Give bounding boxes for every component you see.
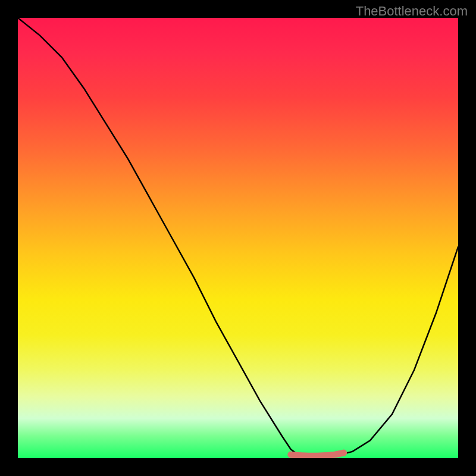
bottom-marker-path [291, 453, 344, 456]
chart-plot-area [18, 18, 458, 458]
chart-svg [18, 18, 458, 458]
watermark-text: TheBottleneck.com [356, 4, 468, 19]
curve-path [18, 18, 458, 456]
